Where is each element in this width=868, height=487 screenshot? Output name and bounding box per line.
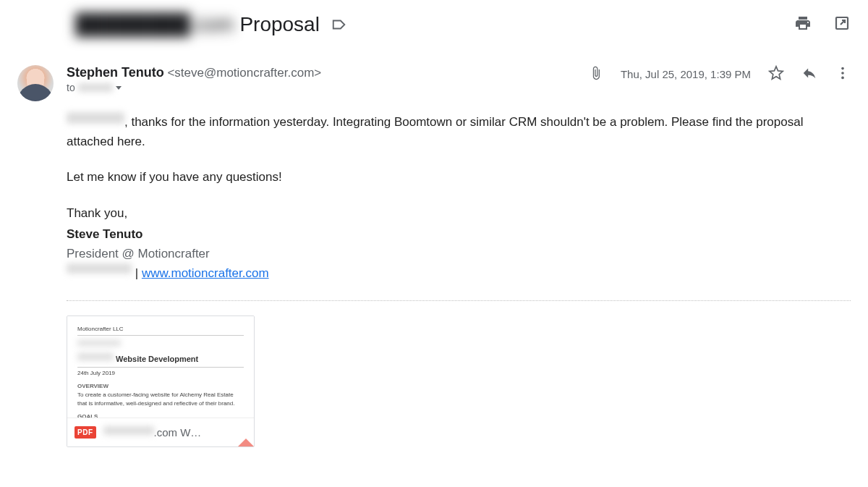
signature-name: Steve Tenuto [67,224,851,244]
preview-overview-text: To create a customer-facing website for … [77,391,244,408]
preview-title: ██████ Website Development [77,353,244,365]
body-paragraph-3: Thank you, [67,203,851,223]
email-message: Stephen Tenuto <steve@motioncrafter.com>… [17,65,851,447]
attachment-card[interactable]: Motioncrafter LLC ██████ Website Develop… [67,316,255,447]
email-body: ████████, thanks for the information yes… [67,112,851,283]
avatar[interactable] [17,65,54,101]
print-icon[interactable] [794,14,812,35]
subject-left: ████████.com Proposal [75,13,347,36]
attachment-filename: ██████.com W… [103,426,202,439]
filename-rest: .com W… [154,426,202,439]
signature-link[interactable]: www.motioncrafter.com [142,266,269,280]
preview-goals-label: GOALS [77,412,244,418]
signature-separator: | [132,266,142,280]
chevron-down-icon[interactable] [116,86,122,90]
to-redacted: ████ [78,83,113,92]
page-corner-icon [237,430,255,447]
sender-name: Stephen Tenuto [67,65,164,80]
preview-redacted [77,340,121,346]
signature: Steve Tenuto President @ Motioncrafter █… [67,224,851,284]
header-actions [794,14,851,35]
star-icon[interactable] [768,65,784,83]
to-label: to [67,82,75,93]
svg-point-2 [841,72,844,75]
more-icon[interactable] [835,65,851,83]
svg-point-1 [841,67,844,70]
preview-overview-label: OVERVIEW [77,382,244,391]
message-meta: Thu, Jul 25, 2019, 1:39 PM [589,65,851,83]
preview-company: Motioncrafter LLC [77,325,244,334]
body-redacted-name: ████████ [67,112,124,124]
subject-redacted: ████████.com [75,13,234,36]
attachment-bar: PDF ██████.com W… [67,418,254,446]
body-paragraph-2: Let me know if you have any questions! [67,167,851,187]
email-subject-row: ████████.com Proposal [17,13,851,36]
attachment-preview: Motioncrafter LLC ██████ Website Develop… [67,316,254,418]
pdf-badge-icon: PDF [75,426,96,439]
preview-title-rest: Website Development [114,355,198,363]
sender-email: <steve@motioncrafter.com> [167,66,321,80]
attachment-icon[interactable] [589,66,603,82]
attachment-divider [67,300,851,301]
body-paragraph-1: ████████, thanks for the information yes… [67,112,851,151]
open-new-window-icon[interactable] [833,14,851,35]
reply-icon[interactable] [801,65,817,83]
message-header: Stephen Tenuto <steve@motioncrafter.com>… [67,65,851,93]
sender-line: Stephen Tenuto <steve@motioncrafter.com> [67,65,321,80]
svg-point-3 [841,77,844,80]
signature-title: President @ Motioncrafter [67,244,851,263]
signature-phone-redacted: ███████ [67,263,132,274]
message-date: Thu, Jul 25, 2019, 1:39 PM [621,68,751,80]
body-p1-text: , thanks for the information yesterday. … [67,115,803,148]
filename-redacted: ██████ [103,426,154,435]
signature-contact: ███████ | www.motioncrafter.com [67,263,851,283]
label-icon[interactable] [331,17,347,33]
preview-date: 24th July 2019 [77,369,244,378]
recipients-line[interactable]: to ████ [67,82,321,93]
preview-title-redacted: ██████ [77,353,114,360]
subject-text: Proposal [239,13,320,36]
